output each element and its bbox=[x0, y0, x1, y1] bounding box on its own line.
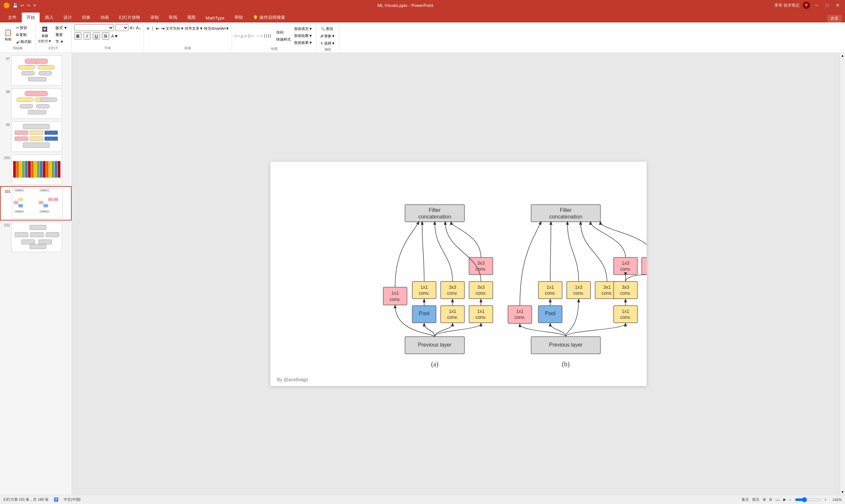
svg-text:1x3: 1x3 bbox=[575, 285, 582, 290]
notes-button[interactable]: 备注 bbox=[742, 497, 749, 502]
reading-view-button[interactable]: 📖 bbox=[775, 498, 780, 502]
tab-file[interactable]: 文件 bbox=[3, 13, 21, 22]
svg-text:Pool: Pool bbox=[45, 205, 47, 206]
restore-button[interactable]: □ bbox=[824, 2, 830, 8]
quick-styles-button[interactable]: 快速样式 bbox=[275, 36, 292, 42]
shape-outline-button[interactable]: 形状轮廓▼ bbox=[293, 33, 313, 39]
numbering-button[interactable]: ⋮ bbox=[150, 26, 155, 31]
slide-thumb-101[interactable]: 101 Filter concat. Previous layer 1x1 co… bbox=[0, 186, 72, 220]
slide-thumb-99[interactable]: 99 bbox=[0, 120, 72, 153]
shape-options: 形状填充▼ 形状轮廓▼ 形状效果▼ bbox=[293, 26, 313, 46]
statusbar: 幻灯片第 101 条，共 160 张 ♿ 中文(中国) 备注 批注 ⊞ ⊟ 📖 … bbox=[0, 495, 845, 504]
canvas-scrollbar[interactable]: ▲ ▼ bbox=[840, 53, 845, 495]
font-group: A↑ A↓ B I U S A▼ 字体 bbox=[72, 24, 144, 51]
paste-button[interactable]: 📋 粘贴 bbox=[3, 26, 14, 43]
copy-button[interactable]: ⧉ 复制 bbox=[15, 32, 33, 38]
svg-rect-71 bbox=[46, 232, 59, 237]
quick-save[interactable]: 💾 bbox=[13, 3, 18, 8]
cut-button[interactable]: ✂ 剪切 bbox=[15, 25, 33, 31]
zoom-slider[interactable] bbox=[795, 497, 821, 502]
tab-view[interactable]: 视图 bbox=[182, 13, 200, 22]
scroll-down-button[interactable]: ▼ bbox=[840, 489, 845, 495]
svg-text:conv.: conv. bbox=[573, 290, 584, 296]
shape-fill-button[interactable]: 形状填充▼ bbox=[293, 26, 313, 32]
svg-rect-132 bbox=[614, 306, 637, 323]
titlebar-left: 🟠 💾 ↩ ↪ ▼ bbox=[3, 2, 36, 8]
svg-text:conv.: conv. bbox=[602, 290, 612, 296]
tab-record[interactable]: 录制 bbox=[146, 13, 163, 22]
close-button[interactable]: ✕ bbox=[834, 2, 842, 8]
svg-rect-29 bbox=[16, 161, 19, 178]
font-size-up[interactable]: A↑ bbox=[130, 25, 135, 30]
font-size-down[interactable]: A↓ bbox=[136, 25, 141, 30]
tab-mathtype[interactable]: MathType bbox=[201, 14, 229, 22]
slideshow-button[interactable]: ▶ bbox=[783, 498, 786, 502]
quick-undo[interactable]: ↩ bbox=[20, 3, 24, 8]
select-button[interactable]: ↖ 选择▼ bbox=[319, 40, 336, 47]
titlebar-right: 李哥 技术笔记 李 ─ □ ✕ bbox=[774, 2, 842, 9]
tab-review[interactable]: 审阅 bbox=[164, 13, 182, 22]
ribbon-toolbar: 📋 粘贴 ✂ 剪切 ⧉ 复制 🖌 格式刷 剪贴板 🖼 新建 幻灯片▼ 版式 ▼ … bbox=[0, 22, 845, 53]
tab-slideshow[interactable]: 幻灯片放映 bbox=[114, 13, 145, 22]
decrease-indent[interactable]: ⇤ bbox=[156, 26, 160, 31]
comments-button[interactable]: 批注 bbox=[752, 497, 759, 502]
smartart[interactable]: 转为SmartArt▼ bbox=[204, 26, 229, 31]
slide-thumb-97[interactable]: 97 bbox=[0, 54, 72, 87]
slide-sorter-button[interactable]: ⊟ bbox=[769, 498, 772, 502]
align-text[interactable]: 对齐文本▼ bbox=[185, 26, 203, 31]
underline-button[interactable]: U bbox=[93, 32, 100, 40]
arrange-button[interactable]: 排列 bbox=[275, 29, 292, 36]
svg-text:1x1: 1x1 bbox=[449, 309, 456, 314]
svg-rect-35 bbox=[34, 161, 37, 178]
replace-button[interactable]: ⇄ 替换▼ bbox=[319, 33, 336, 39]
font-color-button[interactable]: A▼ bbox=[111, 34, 119, 39]
tab-design[interactable]: 设计 bbox=[59, 13, 76, 22]
svg-rect-80 bbox=[383, 287, 407, 305]
bold-button[interactable]: B bbox=[74, 32, 82, 40]
zoom-level[interactable]: 142% bbox=[830, 498, 842, 502]
slide-img-101: Filter concat. Previous layer 1x1 conv. … bbox=[12, 188, 63, 218]
bullets-button[interactable]: ≡ bbox=[147, 26, 149, 31]
shape-effects-button[interactable]: 形状效果▼ bbox=[293, 40, 313, 46]
accessibility-icon[interactable]: ♿ bbox=[54, 498, 58, 502]
slide-thumb-98[interactable]: 98 bbox=[0, 87, 72, 120]
svg-text:1x3 conv.: 1x3 conv. bbox=[49, 199, 52, 200]
slide-panel: 97 98 bbox=[0, 53, 72, 495]
format-painter-button[interactable]: 🖌 格式刷 bbox=[15, 39, 33, 45]
font-family-select[interactable] bbox=[74, 24, 114, 31]
slide-thumb-100[interactable]: 100 bbox=[0, 153, 72, 186]
quick-customize[interactable]: ▼ bbox=[33, 4, 36, 7]
zoom-out-button[interactable]: − bbox=[789, 498, 791, 502]
language-indicator[interactable]: 中文(中国) bbox=[64, 497, 80, 502]
app-icon: 🟠 bbox=[3, 2, 10, 8]
paste-icon: 📋 bbox=[4, 29, 12, 36]
tab-help[interactable]: 帮助 bbox=[230, 13, 248, 22]
section-button[interactable]: 节 ▼ bbox=[54, 39, 69, 45]
quick-redo[interactable]: ↪ bbox=[27, 3, 30, 8]
tab-animations[interactable]: 动画 bbox=[96, 13, 113, 22]
find-button[interactable]: 🔍 查找 bbox=[319, 26, 336, 32]
slide-preview-97 bbox=[12, 55, 62, 86]
svg-text:3x3: 3x3 bbox=[622, 285, 629, 290]
minimize-button[interactable]: ─ bbox=[813, 2, 821, 8]
tab-insert[interactable]: 插入 bbox=[40, 13, 58, 22]
layout-button[interactable]: 版式 ▼ bbox=[54, 25, 69, 31]
tab-home[interactable]: 开始 bbox=[22, 13, 40, 22]
new-slide-button[interactable]: 🖼 新建 幻灯片▼ bbox=[38, 26, 52, 43]
scroll-up-button[interactable]: ▲ bbox=[840, 53, 845, 58]
reset-button[interactable]: 重置 bbox=[54, 32, 69, 38]
italic-button[interactable]: I bbox=[84, 32, 91, 40]
strikethrough-button[interactable]: S bbox=[102, 32, 109, 40]
tab-search[interactable]: 💡 操作说明搜索 bbox=[248, 13, 290, 22]
text-direction[interactable]: 文字方向▼ bbox=[166, 26, 184, 31]
svg-text:1x3: 1x3 bbox=[622, 260, 629, 266]
svg-rect-123 bbox=[614, 257, 637, 275]
zoom-in-button[interactable]: + bbox=[825, 498, 827, 502]
share-button[interactable]: 共享 bbox=[827, 15, 845, 22]
tab-transitions[interactable]: 切换 bbox=[77, 13, 95, 22]
font-size-select[interactable] bbox=[115, 24, 128, 31]
normal-view-button[interactable]: ⊞ bbox=[763, 498, 766, 502]
increase-indent[interactable]: ⇥ bbox=[161, 26, 165, 31]
svg-rect-15 bbox=[20, 104, 33, 108]
slide-thumb-102[interactable]: 102 bbox=[0, 220, 72, 253]
